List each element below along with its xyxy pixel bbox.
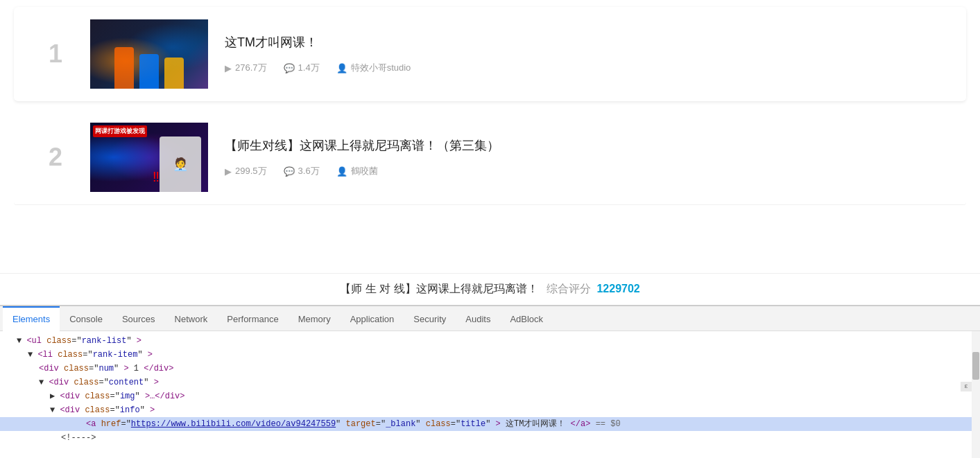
comments-2: 💬 3.6万 [284, 165, 320, 177]
tab-adblock[interactable]: AdBlock [500, 306, 553, 331]
author-name-1: 特效小哥studio [351, 62, 411, 74]
score-bar: 【师 生 对 线】这网课上得就尼玛离谱！ 综合评分 1229702 [0, 273, 980, 305]
code-line-5: ▶ <div class="img" >…</div> [0, 389, 980, 403]
score-label: 综合评分 [547, 283, 591, 294]
tab-console[interactable]: Console [60, 306, 112, 331]
thumbnail-person-2: 🧑‍💼 [160, 136, 201, 192]
tab-memory[interactable]: Memory [289, 306, 341, 331]
rank-number-1: 1 [35, 39, 76, 69]
comments-1: 💬 1.4万 [284, 62, 320, 74]
video-title-2[interactable]: 【师生对线】这网课上得就尼玛离谱！（第三集） [225, 137, 945, 154]
view-count-2: 299.5万 [235, 165, 267, 177]
rank-item-1: 1 这TM才叫网课！ 276.7万 [14, 7, 966, 102]
code-line-3: <div class="num" > 1 </div> [0, 362, 980, 376]
video-title-1[interactable]: 这TM才叫网课！ [225, 34, 945, 51]
right-panel-indicator: ε [961, 382, 972, 391]
thumbnail-label-2: 网课打游戏被发现 [93, 125, 147, 137]
tab-network[interactable]: Network [165, 306, 218, 331]
author-name-2: 鶴咬菌 [351, 165, 378, 177]
comment-count-2: 3.6万 [298, 165, 320, 177]
tab-sources[interactable]: Sources [112, 306, 165, 331]
tab-security[interactable]: Security [404, 306, 456, 331]
devtools-tabs: Elements Console Sources Network Perform… [0, 306, 980, 331]
tab-audits[interactable]: Audits [456, 306, 500, 331]
score-value: 1229702 [596, 283, 639, 294]
scrollbar-thumb[interactable] [972, 352, 979, 380]
score-title: 【师 生 对 线】这网课上得就尼玛离谱！ [340, 283, 538, 294]
rank-list: 1 这TM才叫网课！ 276.7万 [0, 0, 980, 218]
views-1: 276.7万 [225, 62, 267, 74]
rank-item-2: 2 网课打游戏被发现 🧑‍💼 ‼️ 【师生对线】这网课上得就尼玛离谱！（第三集）… [14, 110, 966, 205]
user-icon-1: 👤 [336, 63, 347, 73]
author-1: 👤 特效小哥studio [336, 62, 411, 74]
code-line-6: ▼ <div class="info" > [0, 403, 980, 417]
video-meta-1: 276.7万 💬 1.4万 👤 特效小哥studio [225, 62, 945, 74]
devtools-panel: Elements Console Sources Network Perform… [0, 305, 980, 458]
play-icon-2 [225, 166, 232, 177]
thumbnail-1[interactable] [90, 19, 208, 89]
code-line-4: ▼ <div class="content" > [0, 376, 980, 389]
comment-icon-1: 💬 [284, 63, 295, 73]
thumbnail-2[interactable]: 网课打游戏被发现 🧑‍💼 ‼️ [90, 123, 208, 192]
exclamation-mark: ‼️ [153, 169, 160, 185]
devtools-scrollbar[interactable] [972, 331, 980, 458]
tab-elements[interactable]: Elements [3, 306, 60, 331]
tab-application[interactable]: Application [341, 306, 404, 331]
code-line-2: ▼ <li class="rank-item" > [0, 348, 980, 362]
code-line-highlighted: <a href="https://www.bilibili.com/video/… [0, 417, 980, 431]
rank-number-2: 2 [35, 143, 76, 172]
devtools-code-panel: ε ▼ <ul class="rank-list" > ▼ <li class=… [0, 331, 980, 458]
user-icon-2: 👤 [336, 166, 347, 177]
code-line-8: <!----> [0, 431, 980, 445]
comment-icon-2: 💬 [284, 166, 295, 177]
comment-count-1: 1.4万 [298, 62, 320, 74]
author-2: 👤 鶴咬菌 [336, 165, 378, 177]
tab-performance[interactable]: Performance [217, 306, 288, 331]
rank-info-1: 这TM才叫网课！ 276.7万 💬 1.4万 👤 特效小哥studio [225, 34, 945, 74]
video-meta-2: 299.5万 💬 3.6万 👤 鶴咬菌 [225, 165, 945, 177]
play-icon-1 [225, 63, 232, 73]
views-2: 299.5万 [225, 165, 267, 177]
rank-info-2: 【师生对线】这网课上得就尼玛离谱！（第三集） 299.5万 💬 3.6万 👤 [225, 137, 945, 177]
view-count-1: 276.7万 [235, 62, 267, 74]
code-line-1: ▼ <ul class="rank-list" > [0, 334, 980, 348]
main-content: 1 这TM才叫网课！ 276.7万 [0, 0, 980, 305]
